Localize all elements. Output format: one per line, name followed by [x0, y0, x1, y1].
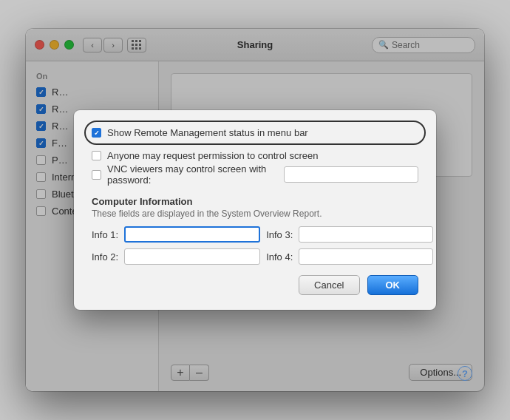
- info3-input[interactable]: [299, 226, 433, 243]
- info4-input[interactable]: [299, 248, 433, 265]
- info1-input[interactable]: [124, 226, 260, 243]
- vnc-password-input[interactable]: [284, 166, 418, 183]
- modal-dialog: Show Remote Management status in menu ba…: [74, 110, 436, 310]
- info3-label: Info 3:: [266, 229, 293, 240]
- modal-checkbox2-label: Anyone may request permission to control…: [107, 150, 318, 161]
- info2-input[interactable]: [124, 248, 260, 265]
- info4-label: Info 4:: [266, 251, 293, 262]
- modal-row-checkbox2: Anyone may request permission to control…: [92, 148, 418, 163]
- section-subtitle: These fields are displayed in the System…: [92, 209, 418, 219]
- modal-checkbox1[interactable]: [92, 128, 101, 138]
- modal-checkbox2[interactable]: [92, 151, 101, 160]
- main-window: ‹ › Sharing 🔍 On R…: [26, 29, 484, 391]
- modal-checkbox3[interactable]: [92, 170, 101, 180]
- info1-label: Info 1:: [92, 229, 118, 240]
- cancel-button[interactable]: Cancel: [299, 275, 359, 295]
- ok-button[interactable]: OK: [367, 275, 419, 295]
- info-grid: Info 1: Info 3: Info 2: Info 4:: [92, 226, 418, 265]
- modal-checkbox1-label: Show Remote Management status in menu ba…: [107, 127, 308, 138]
- modal-buttons: Cancel OK: [92, 275, 418, 295]
- modal-checkbox3-label: VNC viewers may control screen with pass…: [107, 163, 278, 186]
- info2-label: Info 2:: [92, 251, 118, 262]
- modal-overlay: Show Remote Management status in menu ba…: [26, 29, 484, 391]
- modal-top-section: Show Remote Management status in menu ba…: [92, 125, 418, 140]
- section-title: Computer Information: [92, 196, 418, 207]
- modal-row-checkbox3: VNC viewers may control screen with pass…: [92, 163, 418, 186]
- modal-row-checkbox1: Show Remote Management status in menu ba…: [92, 125, 418, 140]
